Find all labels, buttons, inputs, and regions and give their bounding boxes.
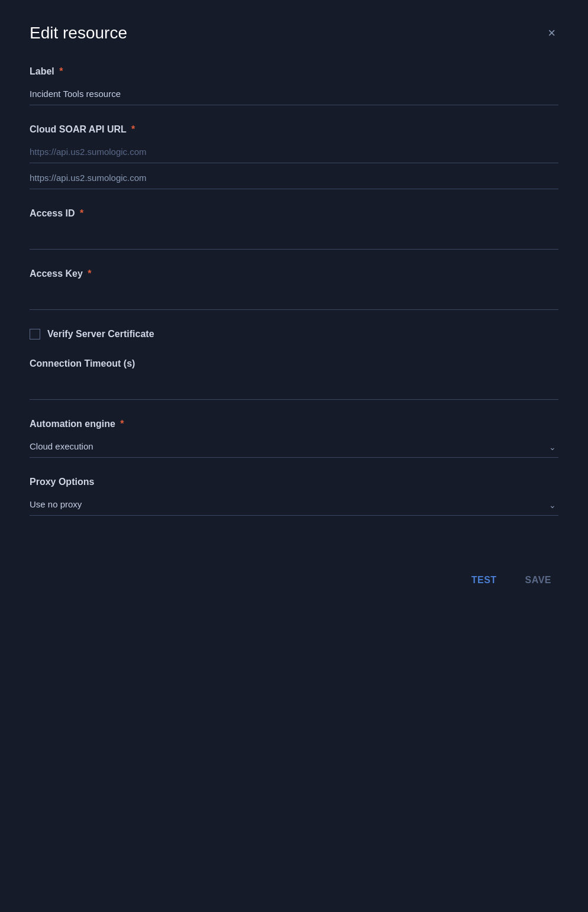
proxy-options-value: Use no proxy	[30, 499, 82, 509]
connection-timeout-label: Connection Timeout (s)	[30, 358, 558, 369]
access-key-field-group: Access Key *	[30, 269, 558, 310]
automation-engine-required-star: *	[120, 419, 124, 429]
automation-engine-value: Cloud execution	[30, 441, 93, 451]
automation-engine-field-group: Automation engine * Cloud execution ⌄	[30, 419, 558, 458]
automation-engine-label: Automation engine *	[30, 419, 558, 429]
automation-engine-select[interactable]: Cloud execution	[30, 436, 558, 458]
label-required-star: *	[59, 66, 63, 76]
verify-cert-label: Verify Server Certificate	[47, 329, 154, 339]
verify-cert-group: Verify Server Certificate	[30, 329, 558, 339]
access-key-input-space	[30, 286, 558, 310]
label-input[interactable]	[30, 84, 558, 105]
access-key-label: Access Key *	[30, 269, 558, 279]
label-field-group: Label *	[30, 66, 558, 105]
proxy-options-label: Proxy Options	[30, 477, 558, 487]
cloud-soar-url-hint: https://api.us2.sumologic.com	[30, 168, 558, 189]
connection-timeout-input-space	[30, 376, 558, 400]
label-field-label: Label *	[30, 66, 558, 77]
access-id-field-group: Access ID *	[30, 208, 558, 250]
verify-cert-checkbox[interactable]	[30, 329, 40, 339]
connection-timeout-field-group: Connection Timeout (s)	[30, 358, 558, 400]
proxy-options-select-wrapper: Use no proxy ⌄	[30, 494, 558, 516]
edit-resource-modal: Edit resource × Label * Cloud SOAR API U…	[0, 0, 588, 912]
modal-header: Edit resource ×	[30, 24, 558, 43]
access-id-label: Access ID *	[30, 208, 558, 219]
modal-title: Edit resource	[30, 24, 127, 43]
cloud-soar-required-star: *	[131, 124, 135, 134]
automation-engine-select-wrapper: Cloud execution ⌄	[30, 436, 558, 458]
access-key-required-star: *	[88, 269, 91, 279]
cloud-soar-url-label: Cloud SOAR API URL *	[30, 124, 558, 135]
access-id-input-space	[30, 226, 558, 250]
test-button[interactable]: TEST	[464, 570, 504, 590]
footer-actions: TEST SAVE	[30, 535, 558, 590]
close-button[interactable]: ×	[545, 24, 558, 43]
cloud-soar-url-field-group: Cloud SOAR API URL * https://api.us2.sum…	[30, 124, 558, 189]
save-button[interactable]: SAVE	[518, 570, 558, 590]
proxy-options-select[interactable]: Use no proxy	[30, 494, 558, 516]
proxy-options-field-group: Proxy Options Use no proxy ⌄	[30, 477, 558, 516]
cloud-soar-url-input[interactable]	[30, 142, 558, 163]
access-id-required-star: *	[80, 208, 83, 218]
